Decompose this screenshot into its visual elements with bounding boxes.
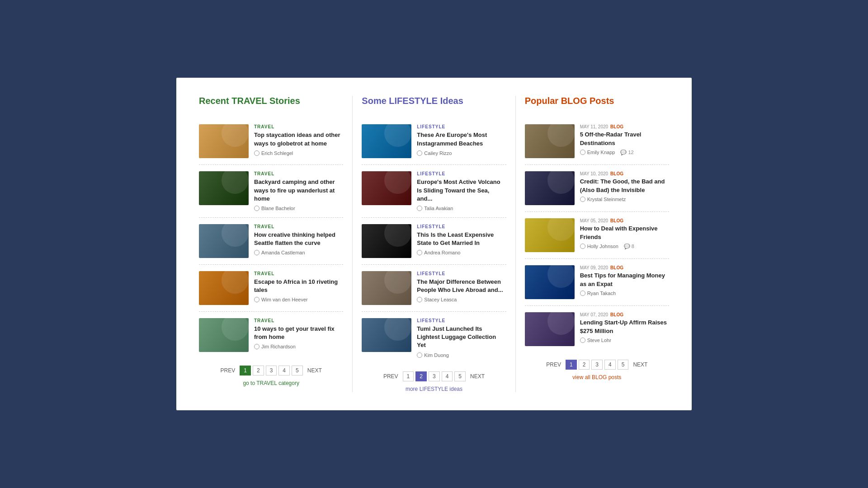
article-author: Cailey Rizzo xyxy=(417,150,506,156)
pagination-page-2[interactable]: 2 xyxy=(415,371,427,381)
article-content: TRAVELBackyard camping and other ways to… xyxy=(254,171,343,211)
travel-article-item: TRAVEL10 ways to get your travel fix fro… xyxy=(199,312,343,358)
person-icon xyxy=(580,338,585,343)
person-icon xyxy=(580,244,585,249)
article-title[interactable]: Europe's Most Active Volcano Is Sliding … xyxy=(417,178,506,203)
article-thumbnail[interactable] xyxy=(525,218,575,252)
article-title[interactable]: These Are Europe's Most Instagrammed Bea… xyxy=(417,131,506,147)
article-category: LIFESTYLE xyxy=(417,224,506,229)
article-thumbnail[interactable] xyxy=(362,318,411,352)
travel-articles-list: TRAVELTop staycation ideas and other way… xyxy=(199,118,343,358)
lifestyle-article-item: LIFESTYLEThe Major Difference Between Pe… xyxy=(362,265,506,312)
blog-title[interactable]: Credit: The Good, the Bad and (Also Bad)… xyxy=(580,178,669,194)
author-name: Holly Johnson xyxy=(587,244,618,249)
pagination-page-4[interactable]: 4 xyxy=(604,360,616,370)
pagination-page-5[interactable]: 5 xyxy=(618,360,629,370)
pagination-page-3[interactable]: 3 xyxy=(591,360,603,370)
article-author: Blane Bachelor xyxy=(254,206,343,211)
blog-articles-list: MAY 11, 2020BLOG5 Off-the-Radar Travel D… xyxy=(525,118,669,352)
blog-date: MAY 05, 2020 xyxy=(580,218,608,223)
blog-title[interactable]: 5 Off-the-Radar Travel Destinations xyxy=(580,131,669,147)
blog-content: MAY 07, 2020BLOGLending Start-Up Affirm … xyxy=(580,312,669,346)
pagination-page-1[interactable]: 1 xyxy=(566,360,577,370)
pagination-prev[interactable]: PREV xyxy=(543,360,564,369)
article-thumbnail[interactable] xyxy=(199,318,249,352)
travel-category-link[interactable]: go to TRAVEL category xyxy=(243,380,299,386)
pagination-prev[interactable]: PREV xyxy=(381,372,401,381)
lifestyle-category-link[interactable]: more LIFESTYLE ideas xyxy=(406,386,462,392)
article-thumbnail[interactable] xyxy=(199,224,249,258)
travel-header: Recent TRAVEL Stories xyxy=(199,96,343,110)
article-author: Jim Richardson xyxy=(254,344,343,349)
blog-title[interactable]: How to Deal with Expensive Friends xyxy=(580,225,669,241)
article-thumbnail[interactable] xyxy=(199,124,249,158)
article-title[interactable]: Tumi Just Launched Its Lightest Luggage … xyxy=(417,325,506,350)
author-name: Andrea Romano xyxy=(424,250,460,255)
article-title[interactable]: Top staycation ideas and other ways to g… xyxy=(254,131,343,147)
article-thumbnail[interactable] xyxy=(362,124,411,158)
article-content: LIFESTYLETumi Just Launched Its Lightest… xyxy=(417,318,506,358)
person-icon xyxy=(254,150,259,156)
article-title[interactable]: 10 ways to get your travel fix from home xyxy=(254,325,343,341)
article-thumbnail[interactable] xyxy=(525,312,575,346)
pagination-page-4[interactable]: 4 xyxy=(442,371,453,381)
author-name: Stacey Leasca xyxy=(424,297,457,302)
pagination-prev[interactable]: PREV xyxy=(218,366,238,375)
blog-author-row: Krystal Steinmetz xyxy=(580,197,669,202)
lifestyle-article-item: LIFESTYLEEurope's Most Active Volcano Is… xyxy=(362,165,506,218)
person-icon xyxy=(417,297,422,302)
blog-content: MAY 09, 2020BLOGBest Tips for Managing M… xyxy=(580,265,669,299)
article-thumbnail[interactable] xyxy=(199,171,249,205)
person-icon xyxy=(580,150,585,155)
lifestyle-articles-list: LIFESTYLEThese Are Europe's Most Instagr… xyxy=(362,118,506,364)
blog-title[interactable]: Lending Start-Up Affirm Raises $275 Mill… xyxy=(580,319,669,335)
blog-title[interactable]: Best Tips for Managing Money as an Expat xyxy=(580,272,669,288)
article-thumbnail[interactable] xyxy=(362,171,411,205)
article-content: TRAVELTop staycation ideas and other way… xyxy=(254,124,343,158)
pagination-page-5[interactable]: 5 xyxy=(454,371,466,381)
lifestyle-header: Some LIFESTYLE Ideas xyxy=(362,96,506,110)
pagination-page-2[interactable]: 2 xyxy=(579,360,590,370)
travel-article-item: TRAVELEscape to Africa in 10 riveting ta… xyxy=(199,265,343,312)
person-icon xyxy=(417,352,422,358)
article-thumbnail[interactable] xyxy=(525,265,575,299)
travel-article-item: TRAVELHow creative thinking helped Seatt… xyxy=(199,218,343,265)
blog-article-item: MAY 07, 2020BLOGLending Start-Up Affirm … xyxy=(525,306,669,352)
article-thumbnail[interactable] xyxy=(199,271,249,305)
article-title[interactable]: Backyard camping and other ways to fire … xyxy=(254,178,343,203)
article-category: TRAVEL xyxy=(254,124,343,129)
travel-footer-link[interactable]: go to TRAVEL category xyxy=(199,380,343,386)
article-content: LIFESTYLEThis Is the Least Expensive Sta… xyxy=(417,224,506,258)
blog-date: MAY 09, 2020 xyxy=(580,265,608,270)
article-title[interactable]: How creative thinking helped Seattle fla… xyxy=(254,231,343,247)
blog-category-link[interactable]: view all BLOG posts xyxy=(572,374,621,380)
pagination-page-2[interactable]: 2 xyxy=(253,366,264,375)
pagination-next[interactable]: NEXT xyxy=(467,372,487,381)
article-title[interactable]: This Is the Least Expensive State to Get… xyxy=(417,231,506,247)
blog-article-item: MAY 09, 2020BLOGBest Tips for Managing M… xyxy=(525,259,669,306)
article-thumbnail[interactable] xyxy=(362,224,411,258)
pagination-next[interactable]: NEXT xyxy=(630,360,650,369)
article-thumbnail[interactable] xyxy=(525,171,575,205)
article-thumbnail[interactable] xyxy=(362,271,411,305)
person-icon xyxy=(417,206,422,211)
pagination-page-1[interactable]: 1 xyxy=(240,366,251,375)
blog-meta: MAY 09, 2020BLOG xyxy=(580,265,669,270)
pagination-next[interactable]: NEXT xyxy=(305,366,325,375)
comment-count[interactable]: 💬 8 xyxy=(624,244,634,249)
pagination-page-3[interactable]: 3 xyxy=(266,366,277,375)
lifestyle-footer-link[interactable]: more LIFESTYLE ideas xyxy=(362,386,506,392)
article-title[interactable]: Escape to Africa in 10 riveting tales xyxy=(254,278,343,294)
blog-column: Popular BLOG Posts MAY 11, 2020BLOG5 Off… xyxy=(516,96,678,392)
pagination-page-3[interactable]: 3 xyxy=(429,371,440,381)
article-title[interactable]: The Major Difference Between People Who … xyxy=(417,278,506,294)
travel-column: Recent TRAVEL Stories TRAVELTop staycati… xyxy=(190,96,353,392)
article-category: LIFESTYLE xyxy=(417,318,506,323)
pagination-page-4[interactable]: 4 xyxy=(278,366,290,375)
pagination-page-5[interactable]: 5 xyxy=(292,366,303,375)
article-thumbnail[interactable] xyxy=(525,124,575,158)
blog-footer-link[interactable]: view all BLOG posts xyxy=(525,374,669,380)
pagination-page-1[interactable]: 1 xyxy=(403,371,414,381)
person-icon xyxy=(254,297,259,302)
comment-count[interactable]: 💬 12 xyxy=(620,150,633,155)
